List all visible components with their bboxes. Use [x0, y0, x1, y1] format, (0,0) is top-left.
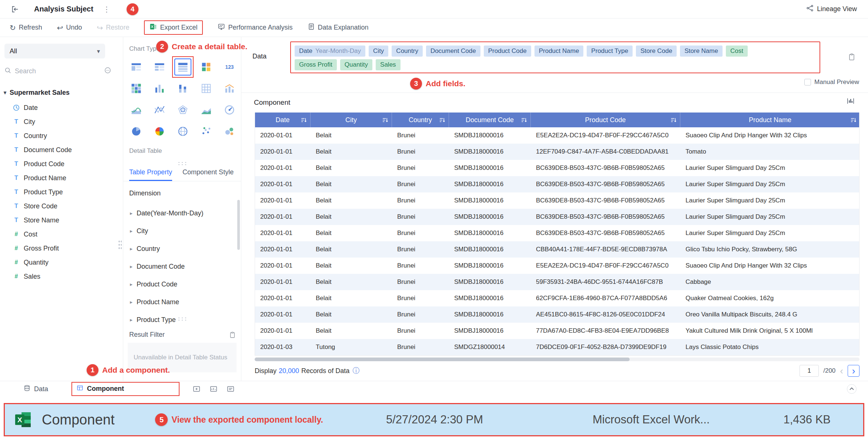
previous-page-icon[interactable]: ‹ — [840, 366, 843, 376]
table-row[interactable]: 2020-01-01BelaitBruneiSMDBJ18000016BC639… — [255, 192, 859, 209]
chart-type-heat-grid-icon[interactable] — [128, 80, 145, 97]
scrollbar-thumb[interactable] — [255, 358, 630, 361]
table-row[interactable]: 2020-01-01BelaitBruneiSMDBJ1800001612EF7… — [255, 144, 859, 160]
sort-filter-icon[interactable] — [850, 117, 857, 123]
clipboard-icon[interactable] — [229, 332, 236, 338]
add-chart-icon[interactable] — [210, 385, 218, 393]
sidebar-resize-handle[interactable] — [118, 240, 122, 249]
sidebar-field-product-name[interactable]: TProduct Name — [0, 171, 123, 185]
sidebar-field-store-code[interactable]: TStore Code — [0, 199, 123, 213]
dimension-item-document-code[interactable]: ▸Document Code — [123, 258, 241, 275]
add-text-icon[interactable] — [227, 385, 235, 393]
chart-type-multi-pie-icon[interactable] — [151, 123, 168, 140]
chart-type-area-chart-icon[interactable] — [128, 101, 145, 118]
field-pill-city[interactable]: City — [369, 46, 388, 57]
performance-analysis-button[interactable]: Performance Analysis — [218, 23, 292, 32]
table-row[interactable]: 2020-01-01BelaitBruneiSMDBJ1800001659F35… — [255, 274, 859, 290]
chart-type-combo-chart-icon[interactable] — [221, 80, 238, 97]
data-explanation-button[interactable]: Data Explanation — [308, 23, 369, 32]
table-row[interactable]: 2020-01-01BelaitBruneiSMDBJ18000016BC639… — [255, 225, 859, 241]
chart-type-cross-table-icon[interactable] — [151, 58, 168, 75]
chart-type-pie-chart-icon[interactable] — [128, 123, 145, 140]
sort-filter-icon[interactable] — [382, 117, 388, 123]
field-pill-product-type[interactable]: Product Type — [587, 46, 633, 57]
table-row[interactable]: 2020-01-01BelaitBruneiSMDBJ18000016BC639… — [255, 176, 859, 192]
export-excel-button[interactable]: Export Excel — [144, 20, 203, 35]
chart-type-stacked-column-icon[interactable] — [174, 80, 191, 97]
sort-filter-icon[interactable] — [439, 117, 445, 123]
field-pill-date[interactable]: DateYear-Month-Day — [295, 46, 365, 57]
lineage-view-button[interactable]: Lineage View — [806, 4, 857, 14]
tab-data[interactable]: Data — [24, 385, 48, 393]
next-page-button[interactable]: › — [848, 365, 859, 377]
panel-drag-handle[interactable] — [177, 317, 187, 320]
table-row[interactable]: 2020-01-01BelaitBruneiSMDBJ18000016BC639… — [255, 160, 859, 176]
sidebar-field-cost[interactable]: #Cost — [0, 227, 123, 241]
table-row[interactable]: 2020-01-01BelaitBruneiSMDBJ18000016E5EA2… — [255, 258, 859, 274]
add-component-icon[interactable] — [192, 385, 201, 393]
panel-drag-handle[interactable] — [177, 161, 187, 165]
chart-type-custom-line-icon[interactable] — [151, 101, 168, 118]
chart-type-grouped-table-icon[interactable] — [128, 58, 145, 75]
undo-button[interactable]: ↩ Undo — [57, 24, 82, 31]
table-row[interactable]: 2020-01-01BelaitBruneiSMDBJ18000016E5EA2… — [255, 127, 859, 144]
sidebar-field-store-name[interactable]: TStore Name — [0, 213, 123, 227]
table-row[interactable]: 2020-01-01BelaitBruneiSMDBJ18000016BC639… — [255, 209, 859, 225]
field-pill-product-name[interactable]: Product Name — [534, 46, 584, 57]
field-pill-store-name[interactable]: Store Name — [680, 46, 723, 57]
sidebar-field-product-code[interactable]: TProduct Code — [0, 157, 123, 171]
dimension-item-product-code[interactable]: ▸Product Code — [123, 275, 241, 293]
field-pill-product-code[interactable]: Product Code — [484, 46, 531, 57]
column-header-country[interactable]: Country — [392, 113, 449, 127]
record-count[interactable]: 20,000 — [279, 367, 299, 375]
panel-scrollbar[interactable] — [237, 200, 240, 250]
horizontal-scrollbar[interactable] — [255, 358, 859, 361]
field-pill-cost[interactable]: Cost — [726, 46, 748, 57]
sidebar-field-date[interactable]: Date — [0, 101, 123, 115]
sidebar-field-gross-profit[interactable]: #Gross Profit — [0, 241, 123, 255]
chart-type-map-icon[interactable] — [174, 123, 191, 140]
tab-component-style[interactable]: Component Style — [182, 168, 234, 181]
sidebar-field-sales[interactable]: #Sales — [0, 269, 123, 283]
dimension-item-city[interactable]: ▸City — [123, 222, 241, 240]
sort-filter-icon[interactable] — [670, 117, 677, 123]
dimension-item-date-year-month-day-[interactable]: ▸Date(Year-Month-Day) — [123, 204, 241, 222]
chart-type-detail-table-icon[interactable] — [174, 58, 191, 75]
manual-preview-toggle[interactable]: Manual Preview — [804, 78, 859, 86]
field-pill-document-code[interactable]: Document Code — [426, 46, 480, 57]
chart-type-color-table-icon[interactable] — [198, 58, 215, 75]
chart-switch-icon[interactable] — [847, 97, 855, 105]
sidebar-field-country[interactable]: TCountry — [0, 129, 123, 143]
column-header-product-name[interactable]: Product Name — [680, 113, 860, 127]
more-menu-icon[interactable]: ⋮ — [103, 5, 110, 14]
field-pill-sales[interactable]: Sales — [376, 59, 401, 70]
dataset-tree-root[interactable]: ▾ Supermarket Sales — [4, 86, 70, 99]
sort-filter-icon[interactable] — [521, 117, 527, 123]
column-header-product-code[interactable]: Product Code — [531, 113, 680, 127]
sort-filter-icon[interactable] — [301, 117, 307, 123]
checkbox-icon[interactable] — [804, 79, 811, 85]
chart-type-kpi-card-icon[interactable]: 123 — [221, 58, 238, 75]
field-pill-store-code[interactable]: Store Code — [636, 46, 677, 57]
chart-type-column-chart-icon[interactable] — [151, 80, 168, 97]
chart-type-block-grid-icon[interactable] — [198, 80, 215, 97]
chart-type-bubble-icon[interactable] — [221, 123, 238, 140]
field-pill-gross-profit[interactable]: Gross Profit — [295, 59, 337, 70]
restore-button[interactable]: ↪ Restore — [97, 24, 130, 31]
table-row[interactable]: 2020-01-01BelaitBruneiSMDBJ1800001662CF9… — [255, 290, 859, 306]
page-number-input[interactable] — [800, 365, 819, 377]
sidebar-field-product-type[interactable]: TProduct Type — [0, 185, 123, 199]
chart-type-gauge-icon[interactable] — [221, 101, 238, 118]
chart-type-stacked-area-icon[interactable] — [198, 101, 215, 118]
chart-type-scatter-icon[interactable] — [198, 123, 215, 140]
dimension-item-country[interactable]: ▸Country — [123, 240, 241, 258]
scope-select[interactable]: All ▾ — [4, 44, 105, 58]
column-header-date[interactable]: Date — [255, 113, 311, 127]
sidebar-field-document-code[interactable]: TDocument Code — [0, 143, 123, 157]
table-row[interactable]: 2020-01-01BelaitBruneiSMDBJ1800001677DA6… — [255, 323, 859, 339]
tab-component[interactable]: Component — [71, 382, 180, 396]
exported-file-row[interactable]: X Component 5 View the exported componen… — [4, 403, 864, 436]
sidebar-field-quantity[interactable]: #Quantity — [0, 255, 123, 269]
sidebar-field-city[interactable]: TCity — [0, 115, 123, 129]
table-row[interactable]: 2020-01-01BelaitBruneiSMDBJ18000016AE451… — [255, 306, 859, 323]
